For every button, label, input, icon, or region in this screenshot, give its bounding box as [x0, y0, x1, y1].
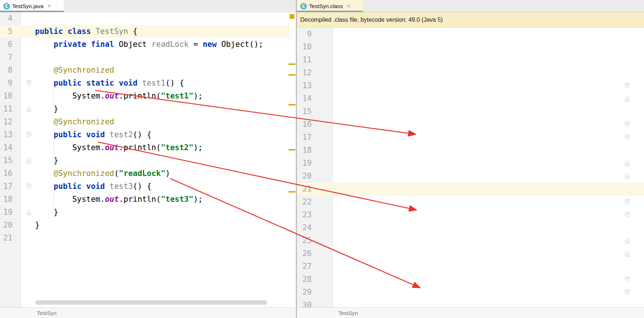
fold-end-icon[interactable]	[27, 158, 31, 165]
left-breadcrumb-bar: TestSyn	[0, 307, 296, 318]
stripe-change-mark[interactable]	[288, 63, 295, 65]
line-number: 8	[0, 64, 13, 77]
fold-collapse-icon[interactable]	[27, 183, 31, 191]
code-line[interactable]: System.out.println("test2");	[635, 221, 644, 234]
code-line[interactable]: private final Object readLock = new Obje…	[635, 53, 644, 66]
right-breadcrumb-bar: TestSyn	[297, 307, 644, 318]
code-line[interactable]: System.out.println("test2");	[35, 141, 203, 154]
editor-splitter[interactable]	[296, 0, 297, 318]
code-line[interactable]: public TestSyn() {	[635, 79, 644, 92]
line-number: 19	[0, 206, 13, 219]
fold-collapse-icon[interactable]	[625, 134, 630, 142]
code-line[interactable]: }	[635, 234, 644, 247]
fold-collapse-icon[interactable]	[625, 83, 630, 90]
code-line[interactable]: private final Object $lock = new Object[…	[635, 41, 644, 53]
fold-collapse-icon[interactable]	[625, 199, 630, 207]
code-line[interactable]: System.out.println("test3");	[35, 193, 203, 206]
fold-collapse-icon[interactable]	[625, 121, 630, 129]
horizontal-scrollbar[interactable]	[35, 300, 267, 305]
code-line[interactable]: @Synchronized	[35, 115, 114, 128]
code-line[interactable]: }	[35, 103, 58, 115]
code-line[interactable]: @Synchronized	[35, 64, 114, 77]
source-editor[interactable]: 45public class TestSyn {6 private final …	[0, 12, 296, 307]
stripe-change-mark[interactable]	[288, 149, 295, 151]
fold-collapse-icon[interactable]	[625, 276, 630, 284]
code-line[interactable]: System.out.println("test1");	[635, 144, 644, 157]
close-icon[interactable]: ✕	[347, 4, 351, 8]
stripe-change-mark[interactable]	[288, 191, 295, 193]
line-number: 13	[297, 79, 312, 92]
line-number: 11	[297, 53, 312, 66]
close-icon[interactable]: ✕	[47, 4, 51, 8]
tab-title: TestSyn.class	[309, 3, 343, 9]
code-line[interactable]: System.out.println("test1");	[35, 90, 203, 103]
code-line[interactable]: synchronized(this.$lock) {	[635, 208, 644, 221]
line-number: 19	[297, 157, 312, 170]
code-line[interactable]: }	[635, 247, 644, 260]
code-line[interactable]: }	[35, 154, 58, 167]
line-number: 23	[297, 208, 312, 221]
line-number: 21	[297, 183, 312, 196]
stripe-warning-square[interactable]	[290, 14, 294, 19]
banner-text: Decompiled .class file, bytecode version…	[300, 17, 443, 23]
code-line[interactable]: public class TestSyn {	[35, 25, 137, 38]
tab-testsyn-class[interactable]: C TestSyn.class ✕	[297, 0, 363, 12]
java-class-icon: C	[3, 3, 10, 10]
line-number: 11	[0, 103, 13, 115]
stripe-change-mark[interactable]	[288, 104, 295, 106]
fold-end-icon[interactable]	[625, 173, 630, 181]
code-line[interactable]: synchronized($LOCK) {	[635, 131, 644, 144]
code-line[interactable]: public void test2() {	[635, 196, 644, 208]
fold-collapse-icon[interactable]	[625, 289, 630, 297]
line-number: 5	[0, 25, 13, 38]
code-line[interactable]: synchronized(this.readLock) {	[635, 286, 644, 299]
line-number: 9	[297, 28, 312, 41]
code-line[interactable]: }	[635, 157, 644, 170]
java-class-icon: C	[300, 3, 307, 10]
line-number: 12	[0, 115, 13, 128]
fold-end-icon[interactable]	[27, 106, 31, 114]
fold-collapse-icon[interactable]	[27, 132, 31, 139]
line-number: 18	[297, 144, 312, 157]
line-number: 28	[297, 273, 312, 286]
stripe-change-mark[interactable]	[288, 74, 295, 76]
line-number: 18	[0, 193, 13, 206]
fold-end-icon[interactable]	[27, 209, 31, 217]
decompiled-banner: Decompiled .class file, bytecode version…	[297, 12, 644, 28]
code-line[interactable]: @Synchronized("readLock")	[35, 167, 170, 180]
code-line[interactable]: System.out.println("test3");	[635, 299, 644, 307]
tab-title: TestSyn.java	[12, 3, 43, 9]
code-line[interactable]: }	[635, 170, 644, 183]
code-line[interactable]: private static final Object $LOCK = new …	[635, 28, 644, 41]
ide-split-editor: { "colors":{ "tab_underline":"#8e9fae","…	[0, 0, 644, 318]
right-tab-bar: C TestSyn.class ✕	[297, 0, 644, 12]
fold-collapse-icon[interactable]	[625, 212, 630, 220]
code-line[interactable]: public void test2() {	[35, 128, 151, 141]
line-number: 14	[0, 141, 13, 154]
tab-testsyn-java[interactable]: C TestSyn.java ✕	[0, 0, 64, 12]
code-line[interactable]: public void test3() {	[35, 180, 151, 193]
decompiled-editor[interactable]: Decompiled .class file, bytecode version…	[297, 12, 644, 307]
code-line[interactable]: public static void test1() {	[35, 77, 184, 90]
code-line[interactable]: private final Object readLock = new Obje…	[35, 38, 263, 51]
line-number: 9	[0, 77, 13, 90]
fold-end-icon[interactable]	[625, 238, 630, 245]
code-line[interactable]: public void test3() {	[635, 273, 644, 286]
code-line[interactable]: }	[35, 219, 40, 232]
line-number: 17	[297, 131, 312, 144]
fold-end-icon[interactable]	[625, 250, 630, 258]
fold-end-icon[interactable]	[625, 96, 630, 103]
fold-end-icon[interactable]	[625, 160, 630, 168]
breadcrumb-item[interactable]: TestSyn	[37, 310, 56, 316]
code-line[interactable]: }	[35, 206, 58, 219]
line-number: 10	[0, 90, 13, 103]
line-number: 16	[0, 167, 13, 180]
line-number: 25	[297, 234, 312, 247]
breadcrumb-item[interactable]: TestSyn	[338, 310, 358, 316]
code-line[interactable]: }	[635, 92, 644, 105]
current-line-highlight	[297, 183, 644, 196]
line-number: 15	[297, 105, 312, 118]
fold-collapse-icon[interactable]	[27, 80, 31, 88]
code-line[interactable]: public static void test1() {	[635, 118, 644, 131]
decompiled-editor-pane: C TestSyn.class ✕ Decompiled .class file…	[297, 0, 644, 318]
